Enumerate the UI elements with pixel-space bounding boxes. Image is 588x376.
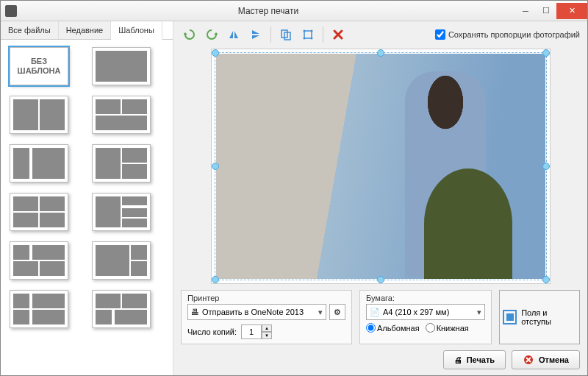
paper-selected: A4 (210 x 297 мм): [383, 308, 449, 316]
rotate-right-button[interactable]: [203, 26, 220, 43]
toolbar-separator: [323, 26, 323, 43]
paper-group: Бумага: 📄 A4 (210 x 297 мм) ▾ Альбомная …: [359, 290, 492, 344]
svg-point-6: [311, 37, 313, 39]
title-bar: Мастер печати ─ ☐ ✕: [1, 1, 587, 21]
printer-select[interactable]: 🖶 Отправить в OneNote 2013 ▾: [187, 304, 326, 320]
dialog-actions: 🖨 Печать Отмена: [181, 350, 580, 369]
chevron-down-icon: ▾: [477, 308, 481, 317]
window-controls: ─ ☐ ✕: [515, 3, 587, 19]
cancel-icon: [523, 354, 534, 366]
toolbar-separator: [270, 26, 271, 43]
printer-selected: Отправить в OneNote 2013: [202, 308, 304, 316]
page-preview[interactable]: [211, 49, 551, 284]
template-list[interactable]: БЕЗ ШАБЛОНА: [1, 40, 173, 375]
tab-all-files[interactable]: Все файлы: [1, 21, 59, 39]
template-item[interactable]: [10, 241, 68, 280]
template-none[interactable]: БЕЗ ШАБЛОНА: [10, 47, 68, 85]
source-tabs: Все файлы Недавние Шаблоны: [1, 21, 173, 40]
printer-settings-button[interactable]: ⚙: [329, 304, 345, 320]
svg-point-5: [304, 37, 306, 39]
cancel-button-label: Отмена: [539, 355, 569, 364]
resize-handle[interactable]: [212, 276, 219, 283]
edit-toolbar: Сохранять пропорции фотографий: [181, 24, 580, 44]
template-item[interactable]: [92, 193, 151, 231]
svg-point-4: [311, 29, 313, 32]
window-title: Мастер печати: [21, 6, 515, 16]
orientation-landscape-label: Альбомная: [377, 324, 420, 333]
gear-icon: ⚙: [334, 308, 341, 317]
template-item[interactable]: [92, 241, 151, 280]
copies-spinner[interactable]: ▲ ▼: [241, 324, 272, 339]
crop-button[interactable]: [299, 26, 317, 43]
resize-handle[interactable]: [377, 276, 384, 283]
resize-handle[interactable]: [212, 49, 219, 57]
print-button[interactable]: 🖨 Печать: [443, 350, 506, 369]
svg-rect-2: [304, 31, 312, 38]
orientation-radio-group: Альбомная Книжная: [366, 323, 485, 333]
keep-aspect-ratio-checkbox[interactable]: [435, 29, 445, 40]
orientation-landscape-radio[interactable]: [366, 323, 376, 333]
template-item[interactable]: [10, 144, 68, 182]
tab-recent[interactable]: Недавние: [59, 21, 112, 39]
printer-group: Принтер 🖶 Отправить в OneNote 2013 ▾ ⚙ Ч…: [181, 290, 352, 344]
template-item[interactable]: [92, 96, 151, 134]
resize-handle[interactable]: [212, 163, 219, 170]
template-none-label: БЕЗ ШАБЛОНА: [18, 57, 61, 76]
copies-label: Число копий:: [187, 327, 237, 336]
margins-icon: [503, 310, 517, 324]
copies-up-button[interactable]: ▲: [262, 324, 272, 332]
flip-vertical-button[interactable]: [247, 26, 265, 43]
paper-group-label: Бумага:: [366, 294, 485, 302]
printer-group-label: Принтер: [187, 294, 345, 302]
page-icon: 📄: [370, 308, 380, 317]
resize-handle[interactable]: [377, 49, 384, 57]
preview-area: [181, 44, 580, 287]
close-button[interactable]: ✕: [556, 3, 587, 19]
orientation-portrait-label: Книжная: [437, 324, 469, 333]
keep-aspect-ratio-label: Сохранять пропорции фотографий: [448, 30, 580, 39]
template-item[interactable]: [10, 96, 68, 134]
resize-handle[interactable]: [542, 163, 550, 170]
print-button-label: Печать: [467, 355, 495, 364]
copies-input[interactable]: [241, 324, 262, 339]
margins-button-label: Поля и отступы: [521, 308, 576, 326]
keep-aspect-ratio[interactable]: Сохранять пропорции фотографий: [435, 29, 580, 40]
svg-point-3: [304, 29, 306, 32]
copies-down-button[interactable]: ▼: [262, 332, 272, 339]
template-item[interactable]: [10, 290, 68, 328]
template-item[interactable]: [92, 47, 151, 85]
app-icon: [5, 5, 17, 17]
preview-pane: Сохранять пропорции фотографий: [173, 21, 587, 375]
margins-button[interactable]: Поля и отступы: [499, 290, 580, 344]
templates-pane: Все файлы Недавние Шаблоны БЕЗ ШАБЛОНА: [1, 21, 173, 375]
minimize-button[interactable]: ─: [515, 3, 536, 19]
resize-handle[interactable]: [542, 276, 550, 283]
copy-button[interactable]: [277, 26, 295, 43]
template-item[interactable]: [92, 290, 151, 328]
delete-button[interactable]: [329, 26, 347, 43]
printer-icon: 🖶: [191, 308, 199, 316]
orientation-portrait-radio[interactable]: [426, 323, 435, 333]
template-item[interactable]: [92, 144, 151, 182]
selection-frame[interactable]: [215, 52, 547, 280]
orientation-portrait[interactable]: Книжная: [426, 323, 469, 333]
flip-horizontal-button[interactable]: [225, 26, 243, 43]
rotate-left-button[interactable]: [181, 26, 198, 43]
print-settings: Принтер 🖶 Отправить в OneNote 2013 ▾ ⚙ Ч…: [181, 287, 580, 344]
orientation-landscape[interactable]: Альбомная: [366, 323, 420, 333]
cancel-button[interactable]: Отмена: [512, 350, 580, 369]
template-item[interactable]: [10, 193, 68, 231]
print-icon: 🖨: [454, 355, 462, 364]
chevron-down-icon: ▾: [318, 308, 323, 317]
resize-handle[interactable]: [542, 49, 550, 57]
maximize-button[interactable]: ☐: [536, 3, 556, 19]
tab-templates[interactable]: Шаблоны: [111, 21, 162, 40]
paper-size-select[interactable]: 📄 A4 (210 x 297 мм) ▾: [366, 304, 485, 320]
